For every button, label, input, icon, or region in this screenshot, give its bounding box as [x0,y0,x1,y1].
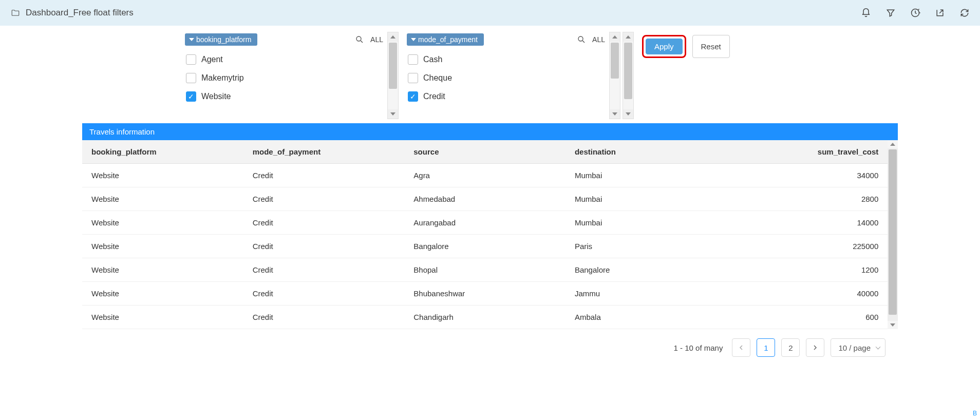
filter-booking-platform: booking_platform ALL Agent Makemytrip [185,32,385,119]
cell-source: Ahmedabad [404,187,566,211]
search-icon[interactable] [577,35,586,44]
col-sum-travel-cost[interactable]: sum_travel_cost [727,140,888,164]
filter-all-button[interactable]: ALL [592,35,605,44]
bell-icon[interactable] [861,8,871,18]
scroll-thumb[interactable] [389,43,397,89]
scroll-track[interactable] [888,148,898,321]
table-scrollbar[interactable] [888,140,898,329]
scroll-thumb[interactable] [889,149,897,315]
table-row[interactable]: Website Credit Bangalore Paris 225000 [82,235,888,258]
col-booking-platform[interactable]: booking_platform [82,140,243,164]
reset-button[interactable]: Reset [692,35,730,58]
table-row[interactable]: Website Credit Agra Mumbai 34000 [82,164,888,187]
checkbox[interactable] [408,73,418,83]
cell-destination: Bangalore [566,258,727,282]
checkbox[interactable] [186,73,196,83]
scroll-down-icon[interactable] [388,109,398,119]
cell-sum-travel-cost: 40000 [727,282,888,306]
cell-booking-platform: Website [82,211,243,235]
cell-booking-platform: Website [82,258,243,282]
apply-button[interactable]: Apply [646,39,683,54]
cell-mode-of-payment: Credit [243,164,405,187]
scrollbar[interactable] [387,32,399,119]
next-page-button[interactable] [806,338,824,357]
scroll-up-icon[interactable] [388,32,398,42]
scroll-down-icon[interactable] [623,109,633,119]
filter-booking-platform-wrapper: booking_platform ALL Agent Makemytrip [185,32,399,119]
filter-item-website[interactable]: Website [185,87,385,106]
refresh-icon[interactable] [959,8,970,18]
filter-item-cheque[interactable]: Cheque [407,69,607,87]
schedule-icon[interactable] [910,8,920,18]
checkbox[interactable] [186,54,196,65]
scroll-track[interactable] [623,42,633,109]
checkbox[interactable] [408,91,418,102]
scroll-thumb[interactable] [624,43,632,99]
table-row[interactable]: Website Credit Aurangabad Mumbai 14000 [82,211,888,235]
scroll-track[interactable] [610,42,620,109]
cell-mode-of-payment: Credit [243,211,405,235]
export-icon[interactable] [935,8,945,18]
cell-source: Aurangabad [404,211,566,235]
filter-icon[interactable] [885,8,896,18]
prev-page-button[interactable] [732,338,750,357]
cell-destination: Jammu [566,282,727,306]
cell-sum-travel-cost: 2800 [727,187,888,211]
filter-item-label: Cheque [423,73,452,83]
scroll-down-icon[interactable] [610,109,620,119]
col-mode-of-payment[interactable]: mode_of_payment [243,140,405,164]
scroll-down-icon[interactable] [888,321,898,329]
page-2-button[interactable]: 2 [781,338,800,357]
cell-source: Bhubaneshwar [404,282,566,306]
col-source[interactable]: source [404,140,566,164]
checkbox[interactable] [186,91,196,102]
scroll-up-icon[interactable] [610,32,620,42]
filter-tools: ALL [355,35,383,44]
cell-sum-travel-cost: 1200 [727,258,888,282]
table-body: Website Credit Agra Mumbai 34000 Website… [82,164,888,329]
page-1-button[interactable]: 1 [757,338,775,357]
filter-title-label: booking_platform [196,35,251,44]
cell-source: Agra [404,164,566,187]
travels-table: booking_platform mode_of_payment source … [82,140,888,329]
cell-destination: Paris [566,235,727,258]
col-destination[interactable]: destination [566,140,727,164]
filter-all-button[interactable]: ALL [370,35,383,44]
pagination: 1 - 10 of many 1 2 10 / page [0,329,898,357]
filter-items: Cash Cheque Credit [407,47,607,106]
cell-booking-platform: Website [82,164,243,187]
search-icon[interactable] [355,35,364,44]
scrollbar[interactable] [623,32,634,119]
page-size-select[interactable]: 10 / page [831,338,885,357]
checkbox[interactable] [408,54,418,65]
cell-destination: Mumbai [566,164,727,187]
filter-tools: ALL [577,35,605,44]
apply-highlight: Apply [642,35,686,58]
table-row[interactable]: Website Credit Bhopal Bangalore 1200 [82,258,888,282]
table-row[interactable]: Website Credit Chandigarh Ambala 600 [82,306,888,329]
svg-point-2 [578,36,583,41]
table-row[interactable]: Website Credit Ahmedabad Mumbai 2800 [82,187,888,211]
filter-item-credit[interactable]: Credit [407,87,607,106]
filter-items: Agent Makemytrip Website [185,47,385,106]
scroll-thumb[interactable] [611,43,619,79]
svg-point-1 [356,36,361,41]
filter-item-cash[interactable]: Cash [407,50,607,69]
cell-destination: Mumbai [566,211,727,235]
cell-mode-of-payment: Credit [243,282,405,306]
filter-title-mode-of-payment[interactable]: mode_of_payment [407,33,484,46]
filter-item-makemytrip[interactable]: Makemytrip [185,69,385,87]
filter-item-label: Website [201,92,231,101]
filter-title-booking-platform[interactable]: booking_platform [185,33,257,46]
scroll-up-icon[interactable] [888,140,898,148]
cell-sum-travel-cost: 14000 [727,211,888,235]
scroll-up-icon[interactable] [623,32,633,42]
scrollbar[interactable] [609,32,620,119]
pagination-info: 1 - 10 of many [674,343,723,352]
scroll-track[interactable] [388,42,398,109]
table-row[interactable]: Website Credit Bhubaneshwar Jammu 40000 [82,282,888,306]
filter-item-agent[interactable]: Agent [185,50,385,69]
chevron-down-icon [189,38,194,41]
chevron-left-icon [739,345,744,350]
folder-icon [10,8,21,17]
